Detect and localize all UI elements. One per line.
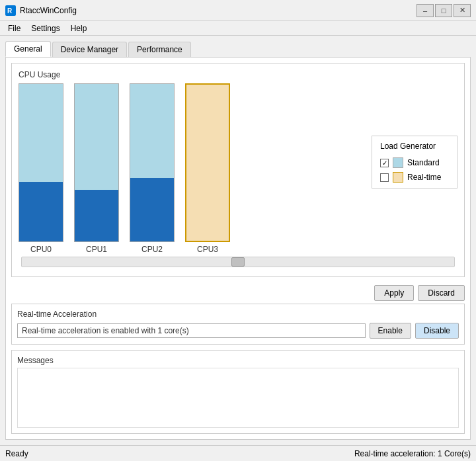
tab-performance[interactable]: Performance	[128, 42, 191, 57]
menu-file[interactable]: File	[3, 22, 26, 34]
cpu3-wrapper: CPU3	[185, 83, 230, 254]
menu-settings[interactable]: Settings	[26, 22, 65, 34]
action-buttons: Apply Discard	[11, 285, 465, 301]
apply-button[interactable]: Apply	[374, 285, 414, 301]
disable-button[interactable]: Disable	[415, 323, 459, 339]
cpu1-top	[75, 84, 118, 190]
legend-item-realtime: Real-time	[380, 172, 449, 183]
status-bar: Ready Real-time acceleration: 1 Core(s)	[0, 445, 476, 461]
load-generator-legend: Load Generator Standard Real-time	[372, 136, 457, 189]
cpu-bars: CPU0 CPU1	[19, 83, 365, 254]
cpu-usage-section: CPU Usage CPU0	[11, 63, 465, 277]
rta-status-field[interactable]	[17, 323, 366, 338]
scrollbar-thumb[interactable]	[231, 257, 245, 267]
discard-button[interactable]: Discard	[418, 285, 465, 301]
messages-label: Messages	[17, 356, 459, 365]
cpu0-bottom	[19, 182, 63, 241]
messages-section: Messages	[11, 350, 465, 434]
menu-bar: File Settings Help	[0, 21, 476, 36]
menu-help[interactable]: Help	[65, 22, 93, 34]
enable-button[interactable]: Enable	[370, 323, 411, 339]
cpu-chart-container: CPU0 CPU1	[19, 83, 457, 254]
legend-label-standard: Standard	[407, 158, 440, 167]
cpu0-wrapper: CPU0	[19, 83, 63, 254]
cpu-usage-label: CPU Usage	[19, 70, 457, 79]
cpu0-top	[19, 84, 63, 182]
realtime-acceleration-section: Real-time Acceleration Enable Disable	[11, 304, 465, 345]
tab-bar: General Device Manager Performance	[5, 41, 471, 57]
cpu1-bar	[74, 83, 119, 242]
status-left: Ready	[5, 449, 28, 458]
svg-text:R: R	[7, 7, 13, 15]
legend-label-realtime: Real-time	[407, 173, 441, 182]
rta-label: Real-time Acceleration	[17, 310, 459, 319]
maximize-button[interactable]: □	[435, 4, 452, 17]
legend-color-realtime	[393, 172, 403, 183]
cpu2-bottom	[130, 178, 174, 241]
minimize-button[interactable]: –	[416, 4, 434, 17]
cpu0-label: CPU0	[30, 245, 52, 254]
legend-checkbox-realtime[interactable]	[380, 173, 389, 182]
cpu2-bar	[130, 83, 175, 242]
close-button[interactable]: ✕	[454, 4, 471, 17]
legend-title: Load Generator	[380, 142, 449, 151]
window-controls: – □ ✕	[416, 4, 471, 17]
cpu2-wrapper: CPU2	[130, 83, 175, 254]
cpu1-bottom	[75, 190, 118, 241]
main-content: General Device Manager Performance CPU U…	[0, 36, 476, 445]
status-right: Real-time acceleration: 1 Core(s)	[354, 449, 471, 458]
app-icon: R	[5, 5, 16, 16]
cpu0-bar	[19, 83, 63, 242]
legend-checkbox-standard[interactable]	[380, 159, 389, 167]
window-title: RtaccWinConfig	[20, 6, 416, 15]
rta-row: Enable Disable	[17, 323, 459, 339]
cpu-scrollbar[interactable]	[19, 257, 457, 267]
cpu2-label: CPU2	[141, 245, 163, 254]
messages-content	[17, 368, 459, 428]
cpu2-top	[130, 84, 174, 178]
title-bar: R RtaccWinConfig – □ ✕	[0, 0, 476, 21]
cpu3-top	[186, 85, 229, 241]
cpu1-label: CPU1	[86, 245, 107, 254]
tab-general[interactable]: General	[5, 41, 51, 57]
tab-device-manager[interactable]: Device Manager	[52, 42, 127, 57]
cpu3-label: CPU3	[197, 245, 218, 254]
cpu3-bar	[185, 83, 230, 242]
legend-item-standard: Standard	[380, 157, 449, 168]
tab-panel-general: CPU Usage CPU0	[5, 57, 471, 440]
cpu1-wrapper: CPU1	[74, 83, 119, 254]
scrollbar-track[interactable]	[21, 257, 455, 267]
legend-color-standard	[393, 157, 403, 168]
